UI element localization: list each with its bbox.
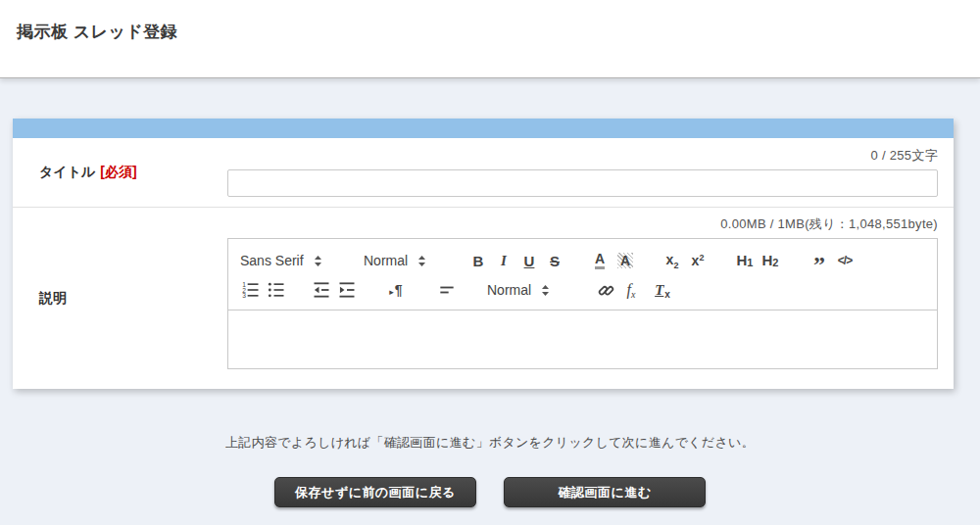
heading-group: H1 H2: [732, 248, 783, 273]
h1-icon: H1: [737, 252, 754, 269]
page-title: 掲示板 スレッド登録: [17, 21, 980, 43]
block-group: ” </>: [807, 248, 858, 273]
toolbar-row-1: Sans Serif Normal B I: [238, 247, 927, 274]
formula-icon: fx: [627, 281, 636, 300]
h1-button[interactable]: H1: [732, 248, 758, 273]
bold-button[interactable]: B: [466, 248, 491, 273]
header-picker[interactable]: Normal: [362, 253, 452, 268]
align-button[interactable]: [434, 277, 460, 303]
outdent-icon: [312, 280, 331, 300]
link-icon: [597, 281, 615, 300]
description-size-counter: 0.00MB / 1MB(残り：1,048,551byte): [227, 215, 938, 233]
subscript-icon: x2: [666, 251, 679, 270]
page-header: 掲示板 スレッド登録: [0, 0, 980, 78]
direction-group: ▸¶: [383, 277, 409, 303]
code-block-icon: </>: [838, 254, 852, 267]
clean-format-icon: Tx: [655, 281, 670, 300]
description-field-cell: 0.00MB / 1MB(残り：1,048,551byte) Sans Seri…: [227, 208, 954, 389]
align-icon: [437, 280, 457, 300]
title-char-counter: 0 / 255文字: [227, 147, 938, 165]
header-group: Normal: [362, 253, 452, 268]
strikethrough-button[interactable]: S: [542, 248, 567, 273]
updown-arrows-icon: [541, 284, 550, 297]
title-label-cell: タイトル [必須]: [13, 138, 227, 207]
italic-button[interactable]: I: [491, 248, 516, 273]
text-color-button[interactable]: A: [587, 248, 612, 273]
superscript-icon: x2: [692, 252, 705, 269]
ordered-list-button[interactable]: 123: [238, 277, 264, 303]
background-color-icon: A: [617, 253, 633, 269]
color-group: A A: [587, 248, 638, 273]
align-group: [434, 277, 460, 303]
size-picker-value: Normal: [487, 282, 531, 298]
ordered-list-icon: 123: [241, 280, 261, 300]
description-row: 説明 0.00MB / 1MB(残り：1,048,551byte) Sans S…: [13, 207, 954, 389]
outdent-button[interactable]: [309, 277, 334, 303]
clean-format-button[interactable]: Tx: [650, 277, 675, 303]
italic-icon: I: [501, 253, 507, 269]
required-badge: [必須]: [100, 164, 136, 181]
proceed-to-confirm-button[interactable]: 確認画面に進む: [504, 477, 706, 507]
bullet-list-icon: [267, 280, 286, 300]
formula-button[interactable]: fx: [618, 277, 644, 303]
title-row: タイトル [必須] 0 / 255文字: [13, 138, 954, 207]
underline-icon: U: [524, 253, 535, 269]
blockquote-icon: ”: [813, 261, 825, 270]
h2-button[interactable]: H2: [758, 248, 783, 273]
size-picker[interactable]: Normal: [485, 282, 575, 298]
background-color-button[interactable]: A: [612, 248, 638, 273]
indent-group: [309, 277, 360, 303]
script-group: x2 x2: [660, 248, 710, 273]
toolbar-row-2: 123: [238, 276, 927, 304]
subscript-button[interactable]: x2: [660, 248, 685, 273]
superscript-button[interactable]: x2: [685, 248, 710, 273]
description-label-cell: 説明: [13, 208, 227, 389]
back-without-save-button[interactable]: 保存せずに前の画面に戻る: [274, 477, 476, 507]
strikethrough-icon: S: [550, 253, 560, 269]
h2-icon: H2: [762, 252, 779, 269]
indent-icon: [337, 280, 357, 300]
title-label: タイトル: [39, 164, 95, 181]
confirm-instruction-text: 上記内容でよろしければ「確認画面に進む」ボタンをクリックして次に進んでください。: [0, 434, 980, 452]
insert-group: fx Tx: [593, 277, 675, 303]
editor-toolbar: Sans Serif Normal B I: [228, 239, 937, 310]
font-group: Sans Serif: [238, 253, 348, 268]
inline-style-group: B I U S: [466, 248, 567, 273]
updown-arrows-icon: [417, 255, 426, 267]
rich-text-editor: Sans Serif Normal B I: [227, 238, 938, 369]
header-picker-value: Normal: [364, 253, 408, 268]
text-color-icon: A: [595, 252, 605, 269]
font-picker-value: Sans Serif: [240, 253, 304, 268]
bold-icon: B: [473, 253, 484, 269]
link-button[interactable]: [593, 277, 618, 303]
code-block-button[interactable]: </>: [832, 248, 858, 273]
blockquote-button[interactable]: ”: [807, 248, 832, 273]
updown-arrows-icon: [314, 255, 322, 267]
indent-button[interactable]: [334, 277, 360, 303]
action-button-row: 保存せずに前の画面に戻る 確認画面に進む: [0, 477, 980, 507]
text-direction-icon: ▸¶: [389, 281, 402, 299]
title-input[interactable]: [227, 169, 938, 197]
title-field-cell: 0 / 255文字: [227, 138, 954, 207]
thread-form-panel: タイトル [必須] 0 / 255文字 説明 0.00MB / 1MB(残り：1…: [13, 119, 954, 389]
font-picker[interactable]: Sans Serif: [238, 253, 348, 268]
text-direction-button[interactable]: ▸¶: [383, 277, 409, 303]
size-group: Normal: [485, 282, 575, 298]
description-label: 説明: [39, 290, 67, 308]
svg-text:3: 3: [242, 292, 246, 299]
bullet-list-button[interactable]: [264, 277, 289, 303]
panel-accent-bar: [13, 119, 954, 138]
description-editor-area[interactable]: [228, 310, 937, 368]
underline-button[interactable]: U: [516, 248, 542, 273]
list-group: 123: [238, 277, 289, 303]
